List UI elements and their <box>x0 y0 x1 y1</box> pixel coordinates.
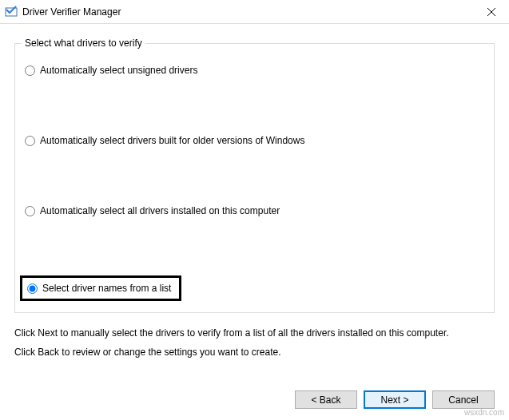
titlebar: Driver Verifier Manager <box>0 0 509 24</box>
window-title: Driver Verifier Manager <box>22 6 473 18</box>
radio-all-input[interactable] <box>25 206 35 216</box>
app-icon <box>5 6 18 18</box>
next-button[interactable]: Next > <box>364 390 426 409</box>
cancel-button[interactable]: Cancel <box>432 390 495 409</box>
radio-option-unsigned[interactable]: Automatically select unsigned drivers <box>23 63 486 77</box>
help-text: Click Next to manually select the driver… <box>14 326 495 359</box>
driver-select-group: Select what drivers to verify Automatica… <box>14 43 495 313</box>
radio-list-label: Select driver names from a list <box>42 283 171 294</box>
close-button[interactable] <box>473 0 509 24</box>
button-bar: < Back Next > Cancel <box>295 390 495 409</box>
watermark: wsxdn.com <box>464 408 504 417</box>
radio-all-label: Automatically select all drivers install… <box>40 205 280 216</box>
radio-option-all-drivers[interactable]: Automatically select all drivers install… <box>23 204 486 218</box>
radio-list-input[interactable] <box>27 283 38 294</box>
help-line-1: Click Next to manually select the driver… <box>14 326 495 340</box>
radio-option-older-windows[interactable]: Automatically select drivers built for o… <box>23 133 486 148</box>
radio-older-input[interactable] <box>25 136 35 146</box>
close-icon <box>487 8 495 16</box>
radio-unsigned-label: Automatically select unsigned drivers <box>40 65 197 76</box>
content-area: Select what drivers to verify Automatica… <box>0 24 509 359</box>
radio-option-from-list[interactable]: Select driver names from a list <box>23 274 486 303</box>
radio-unsigned-input[interactable] <box>25 65 35 76</box>
group-legend: Select what drivers to verify <box>22 38 145 49</box>
highlight-box: Select driver names from a list <box>20 275 181 301</box>
back-button[interactable]: < Back <box>295 390 357 409</box>
radio-older-label: Automatically select drivers built for o… <box>40 135 304 146</box>
help-line-2: Click Back to review or change the setti… <box>14 345 495 359</box>
